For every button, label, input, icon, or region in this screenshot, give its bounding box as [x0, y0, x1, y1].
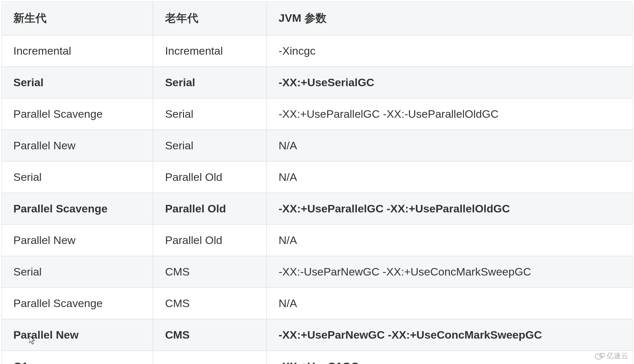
cell-jvm-params: -Xincgc	[267, 35, 632, 67]
cell-old-gen: Parallel Old	[153, 161, 267, 193]
cell-jvm-params: N/A	[267, 288, 632, 319]
table-row: Serial Serial -XX:+UseSerialGC	[2, 67, 632, 98]
table-body: Incremental Incremental -Xincgc Serial S…	[2, 35, 632, 364]
cell-old-gen: Serial	[153, 67, 267, 98]
table-row: Serial Parallel Old N/A	[2, 161, 632, 193]
cell-young-gen: Incremental	[2, 35, 153, 67]
cell-old-gen: Parallel Old	[153, 193, 267, 224]
cell-old-gen: Serial	[153, 98, 267, 130]
table-row: Parallel New Serial N/A	[2, 130, 632, 161]
watermark: 亿速云	[595, 351, 628, 361]
table-row: Parallel Scavenge Parallel Old -XX:+UseP…	[2, 193, 632, 224]
cell-young-gen: Serial	[2, 256, 153, 288]
cell-old-gen: Incremental	[153, 35, 267, 67]
cell-old-gen: CMS	[153, 319, 267, 351]
table-row: Parallel Scavenge Serial -XX:+UseParalle…	[2, 98, 632, 130]
cloud-icon	[595, 352, 605, 359]
gc-table: 新生代 老年代 JVM 参数 Incremental Incremental -…	[2, 2, 632, 364]
cell-jvm-params: -XX:+UseG1GC	[267, 351, 632, 364]
cell-jvm-params: -XX:+UseParallelGC -XX:+UseParallelOldGC	[267, 193, 632, 224]
cell-young-gen: Parallel Scavenge	[2, 98, 153, 130]
gc-table-container: 新生代 老年代 JVM 参数 Incremental Incremental -…	[1, 1, 633, 364]
header-old-gen: 老年代	[153, 2, 267, 35]
table-row: Serial CMS -XX:-UseParNewGC -XX:+UseConc…	[2, 256, 632, 288]
table-row: Incremental Incremental -Xincgc	[2, 35, 632, 67]
table-row: Parallel New Parallel Old N/A	[2, 224, 632, 256]
table-header-row: 新生代 老年代 JVM 参数	[2, 2, 632, 35]
cell-jvm-params: -XX:+UseSerialGC	[267, 67, 632, 98]
cell-young-gen: Parallel Scavenge	[2, 288, 153, 319]
cell-old-gen: Serial	[153, 130, 267, 161]
cell-jvm-params: -XX:+UseParallelGC -XX:-UseParallelOldGC	[267, 98, 632, 130]
cell-jvm-params: N/A	[267, 224, 632, 256]
cell-old-gen: CMS	[153, 288, 267, 319]
cell-old-gen	[153, 351, 267, 364]
cell-jvm-params: N/A	[267, 161, 632, 193]
table-row: Parallel Scavenge CMS N/A	[2, 288, 632, 319]
cell-old-gen: CMS	[153, 256, 267, 288]
cell-young-gen: Parallel New	[2, 319, 153, 351]
header-young-gen: 新生代	[2, 2, 153, 35]
header-jvm-params: JVM 参数	[267, 2, 632, 35]
cell-young-gen: G1	[2, 351, 153, 364]
cell-jvm-params: N/A	[267, 130, 632, 161]
cell-young-gen: Serial	[2, 161, 153, 193]
cell-old-gen: Parallel Old	[153, 224, 267, 256]
cell-jvm-params: -XX:-UseParNewGC -XX:+UseConcMarkSweepGC	[267, 256, 632, 288]
cell-jvm-params: -XX:+UseParNewGC -XX:+UseConcMarkSweepGC	[267, 319, 632, 351]
cell-young-gen: Parallel New	[2, 130, 153, 161]
cell-young-gen: Parallel New	[2, 224, 153, 256]
cell-young-gen: Serial	[2, 67, 153, 98]
cell-young-gen: Parallel Scavenge	[2, 193, 153, 224]
table-row: Parallel New CMS -XX:+UseParNewGC -XX:+U…	[2, 319, 632, 351]
table-row: G1 -XX:+UseG1GC	[2, 351, 632, 364]
watermark-text: 亿速云	[607, 351, 628, 361]
